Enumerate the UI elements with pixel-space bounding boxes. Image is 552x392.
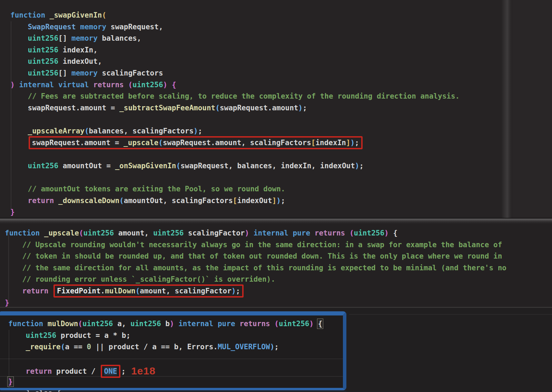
code-line: uint256 amountOut = _onSwapGivenIn(swapR… [10, 160, 460, 172]
code-line: // the same direction for all amounts, a… [5, 262, 506, 274]
code-block: function mulDown(uint256 a, uint256 b) i… [8, 318, 322, 388]
code-line: function mulDown(uint256 a, uint256 b) i… [8, 318, 322, 330]
clipped-code-text: } else { [0, 390, 346, 392]
code-line [8, 353, 322, 365]
code-line: // rounding error unless `_scalingFactor… [5, 274, 506, 285]
code-line: uint256 indexOut, [10, 56, 460, 68]
code-block: function _swapGivenIn( SwapRequest memor… [10, 10, 460, 218]
code-line: // token in should be rounded up, and th… [5, 251, 506, 262]
code-line: _upscaleArray(balances, scalingFactors); [10, 125, 460, 137]
code-line: ) internal virtual returns (uint256) { [10, 79, 460, 91]
code-panel-swap-given-in: function _swapGivenIn( SwapRequest memor… [0, 0, 552, 218]
screenshot-canvas: function _swapGivenIn( SwapRequest memor… [0, 0, 552, 392]
code-line: return _downscaleDown(amountOut, scaling… [10, 195, 460, 207]
code-line: } [10, 207, 460, 218]
code-line: uint256[] memory balances, [10, 33, 460, 44]
code-line [10, 172, 460, 183]
code-line: uint256[] memory scalingFactors [10, 68, 460, 79]
horizontal-divider [0, 307, 552, 308]
code-line: SwapRequest memory swapRequest, [10, 21, 460, 33]
code-line: // Upscale rounding wouldn't necessarily… [5, 239, 506, 251]
annotation-box: FixedPoint.mulDown(amount, scalingFactor… [53, 284, 244, 298]
code-panel-upscale: function _upscale(uint256 amount, uint25… [0, 218, 552, 308]
code-line [10, 149, 460, 160]
clipped-code-line: } else { [0, 390, 346, 392]
annotation-box: swapRequest.amount = _upscale(swapReques… [29, 136, 363, 149]
definition-popup-muldown[interactable]: function mulDown(uint256 a, uint256 b) i… [0, 311, 346, 390]
code-line: return product / ONE;1e18 [8, 364, 322, 376]
code-line: function _swapGivenIn( [10, 10, 460, 21]
code-line: swapRequest.amount = _subtractSwapFeeAmo… [10, 102, 460, 114]
code-line: swapRequest.amount = _upscale(swapReques… [10, 137, 460, 149]
code-line [10, 114, 460, 125]
code-line: return FixedPoint.mulDown(amount, scalin… [5, 285, 506, 297]
annotation-text: 1e18 [131, 365, 156, 376]
code-line: // amountOut tokens are exiting the Pool… [10, 183, 460, 195]
panel-top-glow [0, 219, 552, 224]
code-line: uint256 product = a * b; [8, 330, 322, 342]
code-line: function _upscale(uint256 amount, uint25… [5, 228, 506, 239]
annotation-box: ONE [101, 365, 121, 378]
scrollbar[interactable] [501, 0, 512, 218]
code-line: uint256 indexIn, [10, 44, 460, 56]
code-line: _require(a == 0 || product / a == b, Err… [8, 341, 322, 353]
editor-right-gutter [512, 0, 552, 218]
horizontal-divider-faint [349, 314, 552, 315]
code-line: } [8, 376, 322, 388]
code-line: // Fees are subtracted before scaling, t… [10, 91, 460, 102]
code-block: function _upscale(uint256 amount, uint25… [5, 228, 506, 309]
